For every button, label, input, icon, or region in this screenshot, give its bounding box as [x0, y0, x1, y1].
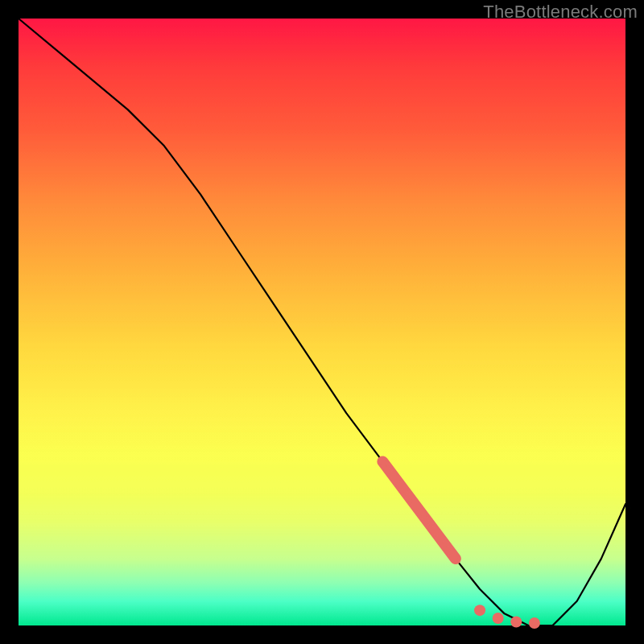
highlight-dot: [529, 617, 540, 629]
highlight-dots: [474, 605, 540, 629]
highlight-dot: [493, 613, 504, 624]
bottleneck-curve: [19, 19, 625, 625]
highlight-dot: [474, 605, 485, 616]
chart-overlay: [19, 19, 625, 625]
chart-frame: TheBottleneck.com: [0, 0, 644, 644]
highlight-dot: [510, 616, 522, 627]
highlight-segment: [382, 461, 455, 559]
